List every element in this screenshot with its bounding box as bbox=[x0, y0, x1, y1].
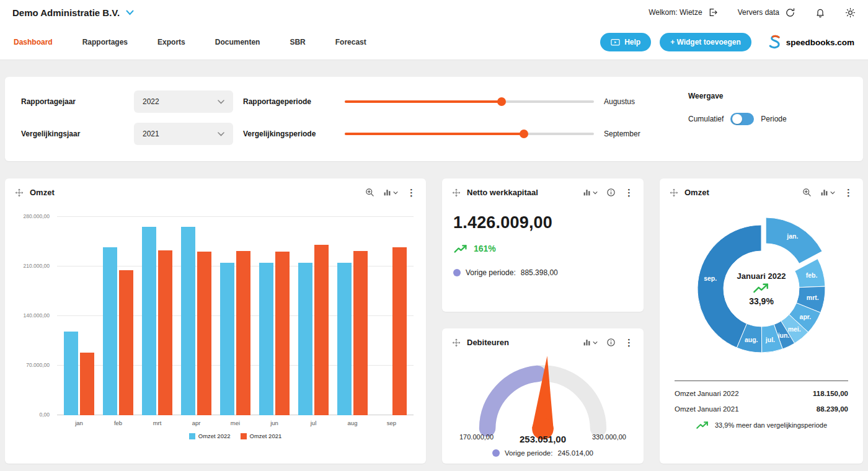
chevron-down-icon bbox=[218, 132, 224, 136]
brand-text: speedbooks.com bbox=[786, 38, 854, 47]
donut-footer-text: 33,9% meer dan vergelijkingsperiode bbox=[715, 421, 827, 429]
slider-knob[interactable] bbox=[497, 97, 506, 106]
chart-type-select[interactable] bbox=[820, 188, 835, 196]
gauge-max-label: 330.000,00 bbox=[592, 433, 626, 441]
help-button[interactable]: Help bbox=[600, 33, 651, 51]
gauge-previous-arc bbox=[487, 374, 538, 428]
bar-group-aug: aug bbox=[337, 217, 368, 415]
donut-summary-row: Omzet Januari 2021 88.239,00 bbox=[675, 405, 848, 413]
company-switcher[interactable]: Demo Administratie B.V. bbox=[12, 7, 120, 18]
chart-type-select[interactable] bbox=[583, 188, 598, 196]
bar-group-feb: feb bbox=[103, 217, 133, 415]
trend-up-icon bbox=[752, 283, 771, 294]
slider-knob[interactable] bbox=[520, 130, 528, 138]
welcome-user[interactable]: Welkom: Wietze bbox=[649, 7, 717, 17]
donut-slice-label: jan. bbox=[786, 232, 798, 240]
row-value: 88.239,00 bbox=[817, 405, 848, 413]
bar-group-jun: jun bbox=[259, 217, 290, 415]
donut-center: Januari 2022 33,9% bbox=[737, 271, 786, 306]
compare-year-select[interactable]: 2021 bbox=[134, 123, 233, 145]
drag-handle-icon[interactable] bbox=[15, 188, 24, 197]
bar bbox=[80, 353, 94, 415]
weergave-section: Weergave Cumulatief Periode bbox=[661, 90, 847, 145]
x-axis-tick: mrt bbox=[153, 420, 162, 426]
bar bbox=[298, 263, 312, 415]
donut-slice-label: jun. bbox=[777, 332, 790, 339]
row-value: 118.150,00 bbox=[813, 390, 848, 397]
bar-group-jul: jul bbox=[298, 217, 329, 415]
x-axis-tick: jul bbox=[311, 420, 317, 426]
refresh-icon[interactable] bbox=[785, 7, 795, 18]
zoom-icon[interactable] bbox=[365, 188, 374, 197]
bar bbox=[181, 227, 195, 415]
donut-slice-label: feb. bbox=[806, 271, 818, 279]
toggle-knob bbox=[732, 114, 742, 124]
compare-period-slider[interactable] bbox=[345, 129, 594, 139]
nav-forecast[interactable]: Forecast bbox=[335, 38, 366, 46]
cumulatief-periode-toggle[interactable] bbox=[730, 113, 754, 125]
previous-period-dot bbox=[453, 269, 461, 276]
x-axis-tick: sep bbox=[387, 420, 396, 426]
nav-dashboard[interactable]: Dashboard bbox=[14, 38, 53, 46]
donut-center-title: Januari 2022 bbox=[737, 271, 786, 281]
notifications-bell-icon[interactable] bbox=[815, 7, 825, 18]
nav-sbr[interactable]: SBR bbox=[290, 38, 305, 46]
x-axis-tick: aug bbox=[348, 420, 358, 426]
y-axis-tick: 210.000,00 bbox=[23, 263, 50, 269]
welcome-label: Welkom: Wietze bbox=[649, 8, 702, 17]
info-icon[interactable] bbox=[606, 188, 616, 197]
kebab-menu-icon[interactable]: ⋮ bbox=[624, 188, 634, 197]
zoom-icon[interactable] bbox=[802, 188, 812, 197]
bar bbox=[353, 251, 368, 415]
omzet-donut-chart: jan.feb.mrt.apr.mei.jun.jul.aug.sep. Jan… bbox=[675, 202, 848, 376]
donut-center-percent: 33,9% bbox=[737, 296, 786, 306]
nav-rapportages[interactable]: Rapportages bbox=[82, 38, 128, 46]
logout-icon[interactable] bbox=[708, 7, 718, 17]
chevron-down-icon[interactable] bbox=[126, 10, 134, 15]
previous-period-label: Vorige periode: bbox=[505, 449, 552, 457]
caret-down-icon bbox=[593, 191, 598, 195]
nwk-percent: 161% bbox=[474, 244, 496, 253]
bar bbox=[64, 332, 78, 415]
refresh-data[interactable]: Ververs data bbox=[738, 7, 795, 18]
gauge-value-label: 253.051,00 bbox=[520, 434, 566, 444]
x-axis-tick: mei bbox=[231, 420, 240, 426]
previous-period-label: Vorige periode: bbox=[466, 268, 516, 277]
kebab-menu-icon[interactable]: ⋮ bbox=[844, 188, 853, 197]
report-year-label: Rapportagejaar bbox=[21, 97, 124, 106]
bar bbox=[197, 252, 211, 415]
report-year-value: 2022 bbox=[143, 97, 159, 106]
chart-type-select[interactable] bbox=[383, 188, 398, 196]
chart-type-select[interactable] bbox=[583, 338, 598, 346]
kebab-menu-icon[interactable]: ⋮ bbox=[624, 338, 634, 347]
add-widget-button[interactable]: + Widget toevoegen bbox=[660, 33, 751, 51]
chart-legend: Omzet 2022Omzet 2021 bbox=[45, 433, 426, 439]
trend-up-icon bbox=[696, 421, 709, 429]
report-period-slider[interactable] bbox=[345, 97, 594, 107]
refresh-label: Ververs data bbox=[738, 8, 779, 17]
nav-exports[interactable]: Exports bbox=[157, 38, 185, 46]
donut-slice-jan[interactable] bbox=[766, 218, 822, 263]
kebab-menu-icon[interactable]: ⋮ bbox=[407, 188, 416, 197]
theme-brightness-icon[interactable] bbox=[845, 7, 856, 18]
bar bbox=[103, 247, 117, 415]
x-axis-tick: feb bbox=[114, 420, 122, 426]
help-label: Help bbox=[624, 38, 640, 46]
nwk-value: 1.426.009,00 bbox=[453, 213, 632, 232]
previous-period-dot bbox=[492, 449, 500, 457]
drag-handle-icon[interactable] bbox=[452, 188, 461, 197]
trend-up-icon bbox=[453, 244, 468, 253]
drag-handle-icon[interactable] bbox=[670, 188, 678, 197]
drag-handle-icon[interactable] bbox=[452, 338, 461, 347]
caret-down-icon bbox=[393, 191, 398, 195]
bar bbox=[142, 227, 156, 415]
caret-down-icon bbox=[830, 191, 835, 195]
card-title-omzet: Omzet bbox=[30, 188, 55, 197]
chevron-down-icon bbox=[218, 100, 224, 104]
bar-group-mei: mei bbox=[220, 217, 250, 415]
report-year-select[interactable]: 2022 bbox=[134, 90, 233, 113]
y-axis-tick: 0,00 bbox=[39, 412, 50, 418]
info-icon[interactable] bbox=[606, 338, 616, 347]
omzet-bar-chart: 0,0070.000,00140.000,00210.000,00280.000… bbox=[57, 217, 414, 415]
nav-documenten[interactable]: Documenten bbox=[215, 38, 260, 46]
